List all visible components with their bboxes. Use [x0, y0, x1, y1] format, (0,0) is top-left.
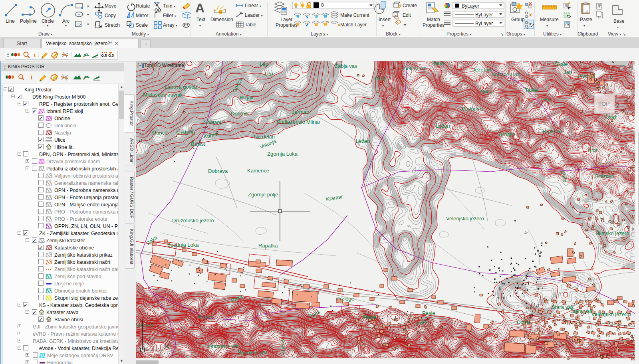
svg-text:Pesje: Pesje	[422, 310, 435, 316]
svg-text:Ležen: Ležen	[436, 123, 450, 129]
svg-text:ByLayer: ByLayer	[475, 21, 493, 26]
svg-text:Škale: Škale	[555, 61, 568, 67]
svg-text:Preloge: Preloge	[336, 296, 354, 302]
svg-text:[−][Top][2D Wireframe]: [−][Top][2D Wireframe]	[137, 63, 185, 68]
svg-text:Spodnja Loka: Spodnja Loka	[167, 242, 199, 248]
svg-text:Žabja vas: Žabja vas	[335, 63, 357, 69]
svg-text:Družmirsko jezero: Družmirsko jezero	[172, 218, 214, 224]
svg-text:Rapatka: Rapatka	[258, 243, 278, 249]
svg-text:Velenjsko jezero: Velenjsko jezero	[446, 216, 484, 222]
svg-text:Basist: Basist	[191, 141, 205, 147]
svg-text:Brezovo: Brezovo	[543, 129, 562, 135]
svg-text:Stara vas: Stara vas	[570, 308, 592, 314]
svg-text:Velenjsko jezero: Velenjsko jezero	[591, 311, 629, 317]
svg-text:A: A	[195, 1, 204, 15]
svg-text:Jerman: Jerman	[292, 109, 309, 115]
svg-text:Klanec: Klanec	[198, 314, 214, 320]
svg-text:i: i	[31, 74, 32, 81]
svg-text:Zgornja Loka: Zgornja Loka	[267, 151, 298, 157]
svg-text:Orož: Orož	[375, 75, 386, 81]
svg-text:E: E	[619, 100, 625, 110]
svg-text:Bizjak: Bizjak	[240, 95, 254, 101]
svg-text:WCS: WCS	[596, 177, 609, 183]
svg-text:Podleženski Mlinar: Podleženski Mlinar	[277, 119, 321, 125]
svg-text:Lep: Lep	[260, 61, 268, 67]
svg-text:Velunja: Velunja	[259, 138, 278, 150]
svg-text:Tmekov vrh: Tmekov vrh	[399, 65, 427, 71]
svg-text:Podurlen: Podurlen	[462, 106, 482, 112]
svg-text:TOP: TOP	[598, 101, 610, 107]
svg-text:Sotlar: Sotlar	[480, 89, 494, 95]
svg-text:Sotlarjev vrh: Sotlarjev vrh	[492, 71, 520, 77]
svg-text:Harej: Harej	[431, 61, 444, 66]
svg-text:Grobije: Grobije	[498, 131, 515, 137]
svg-text:Dorše: Dorše	[517, 319, 531, 325]
svg-text:Dobrnik: Dobrnik	[231, 111, 249, 117]
svg-text:Stale: Stale	[560, 170, 568, 183]
svg-text:kov vrh: kov vrh	[136, 322, 153, 328]
svg-text:Zgornje polje: Zgornje polje	[248, 192, 278, 198]
svg-text:GJI: GJI	[108, 53, 114, 57]
svg-text:Lepova gošča: Lepova gošča	[165, 84, 197, 90]
svg-text:Kramar: Kramar	[325, 194, 343, 202]
svg-text:Lep: Lep	[264, 71, 273, 77]
svg-text:Jan: Jan	[564, 69, 572, 75]
svg-text:Na delah: Na delah	[254, 134, 275, 140]
svg-text:Otlaž: Otlaž	[605, 114, 617, 120]
svg-text:Hrastelov vrh: Hrastelov vrh	[208, 343, 239, 349]
svg-text:Jezernik: Jezernik	[472, 67, 492, 73]
svg-text:Kamence: Kamence	[247, 168, 269, 174]
svg-text:Pesje: Pesje	[363, 314, 376, 320]
svg-text:Špenkov vrh: Špenkov vrh	[238, 350, 266, 356]
svg-text:Šrot: Šrot	[588, 147, 597, 153]
svg-text:GJI: GJI	[101, 53, 107, 57]
svg-text:Škalsko jezero: Škalsko jezero	[595, 230, 629, 236]
svg-text:Dobrava: Dobrava	[208, 168, 228, 174]
svg-text:i: i	[34, 51, 36, 58]
svg-text:ByLayer: ByLayer	[462, 3, 479, 9]
svg-text:ByLayer: ByLayer	[475, 12, 493, 18]
svg-text:CEST: CEST	[46, 137, 52, 140]
svg-text:Brc: Brc	[544, 97, 552, 103]
svg-text:Miklavčev travnik: Miklavčev travnik	[143, 92, 183, 98]
svg-text:0: 0	[321, 2, 324, 8]
svg-text:Jevšnik: Jevšnik	[577, 73, 594, 79]
svg-text:Gorica: Gorica	[152, 130, 168, 136]
svg-text:Šoštanj: Šoštanj	[204, 119, 221, 125]
svg-text:Tašler: Tašler	[525, 87, 539, 93]
svg-text:Ležen: Ležen	[356, 138, 370, 144]
